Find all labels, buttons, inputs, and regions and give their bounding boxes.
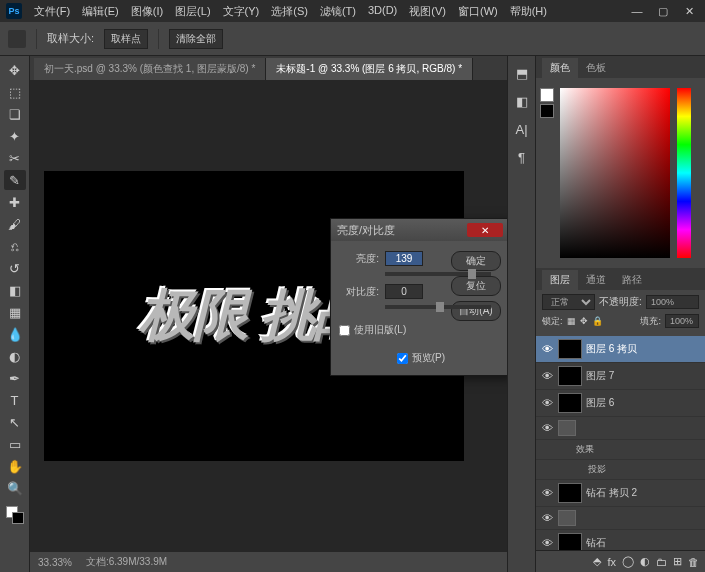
move-tool[interactable]: ✥ — [4, 60, 26, 80]
contrast-slider[interactable] — [385, 305, 491, 309]
eraser-tool[interactable]: ◧ — [4, 280, 26, 300]
preview-label: 预览(P) — [412, 351, 445, 365]
trash-icon[interactable]: 🗑 — [688, 556, 699, 568]
options-bar: 取样大小: 取样点 清除全部 — [0, 22, 705, 56]
fx-row[interactable]: 效果 — [536, 440, 705, 460]
crop-tool[interactable]: ✂ — [4, 148, 26, 168]
brightness-slider[interactable] — [385, 272, 491, 276]
zoom-value[interactable]: 33.33% — [38, 557, 72, 568]
character-icon[interactable]: A| — [513, 120, 531, 138]
swatches-tab[interactable]: 色板 — [578, 58, 614, 78]
doc-tab-0[interactable]: 初一天.psd @ 33.3% (颜色查找 1, 图层蒙版/8) * — [34, 58, 266, 80]
new-layer-icon[interactable]: ⊞ — [673, 555, 682, 568]
preview-checkbox[interactable] — [397, 353, 408, 364]
visibility-icon[interactable]: 👁 — [540, 512, 554, 524]
properties-icon[interactable]: ◧ — [513, 92, 531, 110]
bg-swatch[interactable] — [540, 104, 554, 118]
heal-tool[interactable]: ✚ — [4, 192, 26, 212]
menu-type[interactable]: 文字(Y) — [219, 2, 264, 21]
layer-row[interactable]: 👁钻石 — [536, 530, 705, 550]
blend-mode-select[interactable]: 正常 — [542, 294, 595, 310]
brush-tool[interactable]: 🖌 — [4, 214, 26, 234]
menu-filter[interactable]: 滤镜(T) — [316, 2, 360, 21]
opacity-input[interactable]: 100% — [646, 295, 699, 309]
layer-row[interactable]: 👁图层 7 — [536, 363, 705, 390]
layer-row[interactable]: 👁 — [536, 507, 705, 530]
visibility-icon[interactable]: 👁 — [540, 422, 554, 434]
lock-pixels-icon[interactable]: ▦ — [567, 316, 576, 326]
menu-file[interactable]: 文件(F) — [30, 2, 74, 21]
layer-row[interactable]: 👁 — [536, 417, 705, 440]
dodge-tool[interactable]: ◐ — [4, 346, 26, 366]
ok-button[interactable]: 确定 — [451, 251, 501, 271]
maximize-button[interactable]: ▢ — [653, 4, 673, 18]
dialog-title: 亮度/对比度 — [337, 223, 395, 238]
paragraph-icon[interactable]: ¶ — [513, 148, 531, 166]
mask-icon[interactable]: ◯ — [622, 555, 634, 568]
history-icon[interactable]: ⬒ — [513, 64, 531, 82]
brightness-input[interactable] — [385, 251, 423, 266]
dialog-close-button[interactable]: ✕ — [467, 223, 503, 237]
cancel-button[interactable]: 复位 — [451, 276, 501, 296]
menu-help[interactable]: 帮助(H) — [506, 2, 551, 21]
pen-tool[interactable]: ✒ — [4, 368, 26, 388]
legacy-checkbox[interactable] — [339, 325, 350, 336]
menu-view[interactable]: 视图(V) — [405, 2, 450, 21]
lock-position-icon[interactable]: ✥ — [580, 316, 588, 326]
fx-icon[interactable]: fx — [607, 556, 616, 568]
menu-edit[interactable]: 编辑(E) — [78, 2, 123, 21]
lasso-tool[interactable]: ❏ — [4, 104, 26, 124]
layer-row[interactable]: 👁图层 6 — [536, 390, 705, 417]
layer-row[interactable]: 👁钻石 拷贝 2 — [536, 480, 705, 507]
visibility-icon[interactable]: 👁 — [540, 397, 554, 409]
color-tab[interactable]: 颜色 — [542, 58, 578, 78]
minimize-button[interactable]: — — [627, 4, 647, 18]
sample-size-value[interactable]: 取样点 — [104, 29, 148, 49]
zoom-tool[interactable]: 🔍 — [4, 478, 26, 498]
group-icon[interactable]: 🗀 — [656, 556, 667, 568]
menu-window[interactable]: 窗口(W) — [454, 2, 502, 21]
text-tool[interactable]: T — [4, 390, 26, 410]
visibility-icon[interactable]: 👁 — [540, 487, 554, 499]
eyedropper-tool[interactable]: ✎ — [4, 170, 26, 190]
history-brush-tool[interactable]: ↺ — [4, 258, 26, 278]
shape-tool[interactable]: ▭ — [4, 434, 26, 454]
close-button[interactable]: ✕ — [679, 4, 699, 18]
fx-row[interactable]: 投影 — [536, 460, 705, 480]
layers-footer: ⬘ fx ◯ ◐ 🗀 ⊞ 🗑 — [536, 550, 705, 572]
visibility-icon[interactable]: 👁 — [540, 370, 554, 382]
paths-tab[interactable]: 路径 — [614, 270, 650, 290]
auto-button[interactable]: 自动(A) — [451, 301, 501, 321]
channels-tab[interactable]: 通道 — [578, 270, 614, 290]
clear-button[interactable]: 清除全部 — [169, 29, 223, 49]
hand-tool[interactable]: ✋ — [4, 456, 26, 476]
blur-tool[interactable]: 💧 — [4, 324, 26, 344]
link-layers-icon[interactable]: ⬘ — [593, 555, 601, 568]
menu-3d[interactable]: 3D(D) — [364, 2, 401, 21]
fg-swatch[interactable] — [540, 88, 554, 102]
ps-logo: Ps — [6, 3, 22, 19]
tools-panel: ✥ ⬚ ❏ ✦ ✂ ✎ ✚ 🖌 ⎌ ↺ ◧ ▦ 💧 ◐ ✒ T ↖ ▭ ✋ 🔍 — [0, 56, 30, 572]
fill-input[interactable]: 100% — [665, 314, 699, 328]
visibility-icon[interactable]: 👁 — [540, 537, 554, 549]
canvas-area[interactable]: 极限 挑战 亮度/对比度 ✕ 亮度: 对比度: — [30, 80, 507, 552]
layer-row[interactable]: 👁图层 6 拷贝 — [536, 336, 705, 363]
menu-select[interactable]: 选择(S) — [267, 2, 312, 21]
layer-thumb — [558, 533, 582, 550]
gradient-tool[interactable]: ▦ — [4, 302, 26, 322]
wand-tool[interactable]: ✦ — [4, 126, 26, 146]
stamp-tool[interactable]: ⎌ — [4, 236, 26, 256]
color-swatch[interactable] — [6, 506, 24, 524]
contrast-input[interactable] — [385, 284, 423, 299]
marquee-tool[interactable]: ⬚ — [4, 82, 26, 102]
color-field[interactable] — [560, 88, 670, 258]
lock-all-icon[interactable]: 🔒 — [592, 316, 603, 326]
path-tool[interactable]: ↖ — [4, 412, 26, 432]
adjust-icon[interactable]: ◐ — [640, 555, 650, 568]
menu-image[interactable]: 图像(I) — [127, 2, 167, 21]
hue-slider[interactable] — [677, 88, 691, 258]
doc-tab-1[interactable]: 未标题-1 @ 33.3% (图层 6 拷贝, RGB/8) * — [266, 58, 473, 80]
layers-tab[interactable]: 图层 — [542, 270, 578, 290]
visibility-icon[interactable]: 👁 — [540, 343, 554, 355]
menu-layer[interactable]: 图层(L) — [171, 2, 214, 21]
